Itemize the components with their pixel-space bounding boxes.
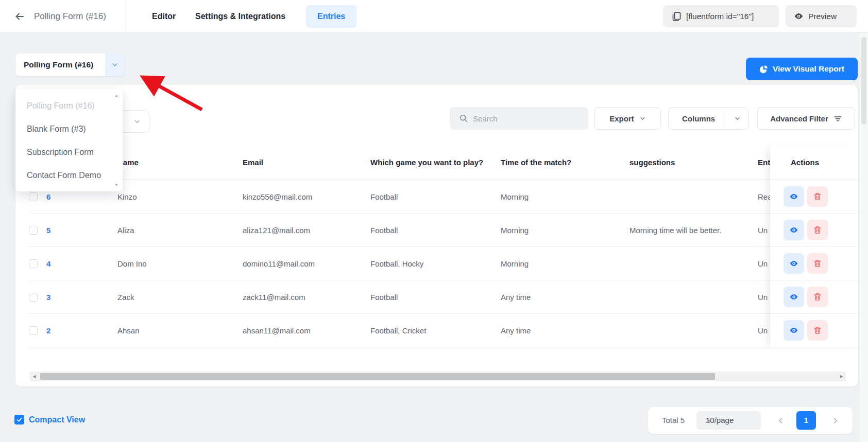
cell-email: zack11@mail.com <box>243 280 305 314</box>
preview-button[interactable]: Preview <box>786 5 857 27</box>
scroll-right-icon[interactable]: ▶ <box>837 372 846 381</box>
table-row: 4 Dom Ino domino11@mail.com Football, Ho… <box>29 247 846 280</box>
header-entry-status[interactable]: Ent <box>758 145 770 180</box>
view-entry-button[interactable] <box>784 287 804 307</box>
cell-entry-status: Un <box>758 280 768 314</box>
cell-email: aliza121@mail.com <box>243 214 310 247</box>
row-checkbox[interactable] <box>29 293 38 302</box>
advanced-filter-label: Advanced Filter <box>770 114 828 123</box>
delete-entry-button[interactable] <box>807 253 828 274</box>
chevron-down-icon <box>706 417 755 435</box>
next-page-icon[interactable] <box>829 412 841 429</box>
page-number-current[interactable]: 1 <box>796 411 816 430</box>
row-checkbox[interactable] <box>29 226 38 235</box>
view-visual-report-label: View Visual Report <box>773 64 844 74</box>
delete-entry-button[interactable] <box>807 320 828 341</box>
pagination-bar: Total 5 10/page 1 <box>648 407 853 434</box>
actions-cell <box>770 247 858 280</box>
scroll-up-icon[interactable]: ▲ <box>114 93 118 98</box>
table-header-row: Name Email Which game you want to play? … <box>29 145 846 180</box>
dropdown-item-polling-form[interactable]: Polling Form (#16) <box>15 99 113 113</box>
shortcode-button[interactable]: [fluentform id="16"] <box>663 5 779 27</box>
row-checkbox[interactable] <box>29 259 38 268</box>
top-bar: Polling Form (#16) Editor Settings & Int… <box>0 0 868 33</box>
eye-icon <box>789 225 798 235</box>
back-button[interactable] <box>13 10 26 23</box>
chevron-down-icon[interactable] <box>734 115 741 122</box>
cell-name: Dom Ino <box>117 247 147 280</box>
view-entry-button[interactable] <box>784 253 804 274</box>
header-actions: Actions <box>770 145 858 180</box>
prev-page-icon[interactable] <box>775 412 786 429</box>
delete-entry-button[interactable] <box>807 287 828 307</box>
entry-id-link[interactable]: 3 <box>46 280 50 314</box>
tab-entries[interactable]: Entries <box>306 5 356 28</box>
table-row: 5 Aliza aliza121@mail.com Football Morni… <box>29 214 846 247</box>
row-checkbox[interactable] <box>29 192 38 201</box>
actions-cell <box>770 214 858 247</box>
chevron-down-icon <box>133 118 141 126</box>
actions-cell <box>770 280 858 314</box>
filter-lines-icon <box>833 114 842 123</box>
view-entry-button[interactable] <box>784 320 804 341</box>
dropdown-item-subscription-form[interactable]: Subscription Form <box>15 145 113 160</box>
search-icon <box>459 114 468 123</box>
eye-icon <box>789 259 798 268</box>
pie-chart-icon <box>759 65 768 74</box>
cell-entry-status: Un <box>758 247 768 280</box>
compact-view-toggle[interactable]: Compact View <box>14 415 85 425</box>
copy-shortcode-icon <box>671 11 682 22</box>
per-page-select[interactable]: 10/page <box>696 411 761 430</box>
view-entry-button[interactable] <box>784 186 804 207</box>
export-button[interactable]: Export <box>594 107 661 130</box>
eye-icon <box>789 292 798 302</box>
cell-email: kinzo556@mail.com <box>243 180 312 214</box>
cell-game: Football <box>370 180 398 214</box>
dropdown-item-contact-form-demo[interactable]: Contact Form Demo <box>15 168 113 183</box>
delete-entry-button[interactable] <box>807 220 828 240</box>
entry-id-link[interactable]: 4 <box>46 247 50 280</box>
header-time[interactable]: Time of the match? <box>501 145 571 180</box>
delete-entry-button[interactable] <box>807 186 828 207</box>
eye-icon <box>789 192 798 201</box>
trash-icon <box>813 259 822 268</box>
columns-button[interactable]: Columns <box>668 107 748 130</box>
header-game[interactable]: Which game you want to play? <box>370 145 483 180</box>
chevron-down-icon[interactable] <box>105 54 125 76</box>
compact-view-label: Compact View <box>29 415 85 425</box>
advanced-filter-button[interactable]: Advanced Filter <box>757 107 855 130</box>
form-selector[interactable]: Polling Form (#16) <box>15 54 125 76</box>
actions-sticky-column: Actions <box>770 145 858 348</box>
search-input[interactable] <box>473 114 576 123</box>
search-box <box>450 107 588 130</box>
view-visual-report-button[interactable]: View Visual Report <box>746 58 858 80</box>
table-horizontal-scrollbar[interactable]: ◀ ▶ <box>30 372 846 381</box>
cell-game: Football <box>370 214 398 247</box>
scroll-down-icon[interactable]: ▼ <box>114 183 118 187</box>
page-vertical-scrollbar[interactable] <box>860 33 868 442</box>
scrollbar-thumb[interactable] <box>40 373 715 380</box>
checkbox-checked-icon[interactable] <box>14 415 24 425</box>
cell-time: Morning <box>501 247 529 280</box>
scroll-left-icon[interactable]: ◀ <box>30 372 39 381</box>
trash-icon <box>813 225 822 235</box>
columns-divider <box>725 112 725 126</box>
cell-game: Football <box>370 280 398 314</box>
row-checkbox[interactable] <box>29 326 38 335</box>
tab-editor[interactable]: Editor <box>152 0 176 33</box>
tab-settings-integrations[interactable]: Settings & Integrations <box>195 0 285 33</box>
table-row: 2 Ahsan ahsan11@mail.com Football, Crick… <box>29 314 846 347</box>
columns-label: Columns <box>682 114 715 123</box>
cell-name: Zack <box>117 280 134 314</box>
back-arrow-icon <box>13 10 26 23</box>
cell-email: ahsan11@mail.com <box>243 314 311 347</box>
header-email[interactable]: Email <box>243 145 263 180</box>
entry-id-link[interactable]: 5 <box>46 214 50 247</box>
cell-time: Morning <box>501 180 529 214</box>
header-suggestions[interactable]: suggestions <box>629 145 675 180</box>
scrollbar-thumb[interactable] <box>861 37 866 125</box>
dropdown-item-blank-form[interactable]: Blank Form (#3) <box>15 122 113 136</box>
entry-id-link[interactable]: 2 <box>46 314 50 347</box>
cell-entry-status: Un <box>758 314 768 347</box>
view-entry-button[interactable] <box>784 220 804 240</box>
